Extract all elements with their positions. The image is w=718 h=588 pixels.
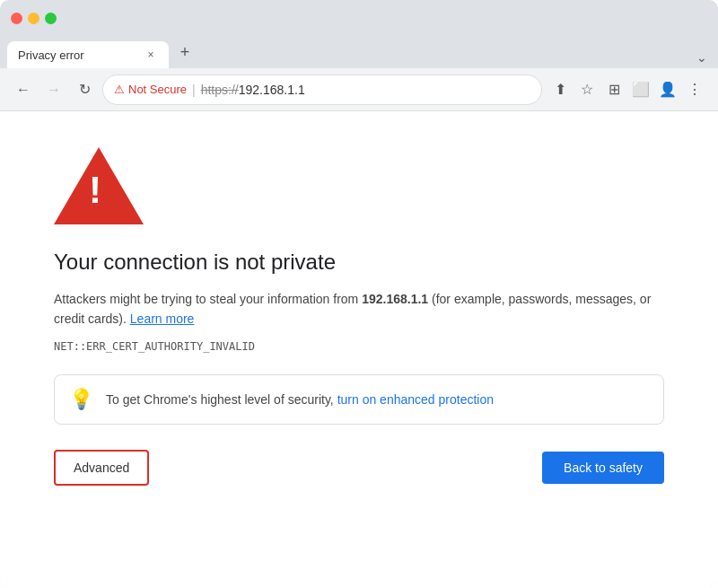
browser-frame: Privacy error × + ⌄ ← → ↻ ⚠ Not Secure |…: [0, 0, 718, 588]
tab-bar: Privacy error × + ⌄: [0, 36, 718, 68]
enhanced-protection-link[interactable]: turn on enhanced protection: [337, 392, 494, 407]
profile-button[interactable]: 👤: [655, 77, 680, 102]
traffic-light-yellow[interactable]: [28, 13, 39, 24]
description-host: 192.168.1.1: [362, 292, 428, 306]
hint-text: To get Chrome's highest level of securit…: [106, 392, 494, 407]
back-button[interactable]: ←: [11, 77, 36, 102]
reload-button[interactable]: ↻: [72, 77, 97, 102]
new-tab-button[interactable]: +: [172, 39, 197, 65]
learn-more-link[interactable]: Learn more: [130, 312, 195, 326]
traffic-light-green[interactable]: [45, 13, 57, 24]
tab-close-button[interactable]: ×: [144, 48, 158, 62]
error-triangle-icon: [54, 147, 144, 224]
forward-button[interactable]: →: [41, 77, 66, 102]
extensions-button[interactable]: ⊞: [601, 77, 626, 102]
security-warning: ⚠ Not Secure: [114, 83, 187, 96]
not-secure-label: Not Secure: [128, 83, 187, 96]
bookmark-button[interactable]: ☆: [574, 77, 600, 102]
hint-bulb-icon: 💡: [69, 388, 93, 411]
url-prefix: https://: [201, 83, 239, 97]
error-code: NET::ERR_CERT_AUTHORITY_INVALID: [54, 340, 664, 353]
back-to-safety-button[interactable]: Back to safety: [542, 452, 664, 484]
tab-title: Privacy error: [18, 48, 136, 62]
share-button[interactable]: ⬆: [547, 77, 573, 102]
title-bar: [0, 0, 718, 36]
active-tab[interactable]: Privacy error ×: [7, 41, 169, 68]
address-url: https://192.168.1.1: [201, 83, 305, 97]
advanced-button[interactable]: Advanced: [54, 450, 149, 486]
traffic-light-red[interactable]: [11, 13, 22, 24]
security-hint-box: 💡 To get Chrome's highest level of secur…: [54, 374, 664, 425]
error-title: Your connection is not private: [54, 250, 664, 275]
url-host: 192.168.1.1: [239, 83, 305, 97]
nav-bar: ← → ↻ ⚠ Not Secure | https://192.168.1.1…: [0, 68, 718, 111]
nav-actions: ⬆ ☆ ⊞ ⬜ 👤 ⋮: [547, 77, 707, 102]
address-divider: |: [192, 83, 196, 97]
description-before: Attackers might be trying to steal your …: [54, 292, 362, 306]
error-description: Attackers might be trying to steal your …: [54, 289, 664, 329]
tab-list-chevron[interactable]: ⌄: [693, 47, 711, 68]
buttons-row: Advanced Back to safety: [54, 450, 664, 486]
more-menu-button[interactable]: ⋮: [682, 77, 707, 102]
tab-end: ⌄: [693, 47, 711, 68]
page-content: Your connection is not private Attackers…: [0, 111, 718, 588]
hint-text-before: To get Chrome's highest level of securit…: [106, 392, 337, 407]
error-icon-container: [54, 147, 664, 228]
address-bar[interactable]: ⚠ Not Secure | https://192.168.1.1: [102, 75, 542, 105]
warning-icon: ⚠: [114, 83, 125, 96]
traffic-lights: [11, 13, 57, 24]
tablet-mode-button[interactable]: ⬜: [628, 77, 653, 102]
